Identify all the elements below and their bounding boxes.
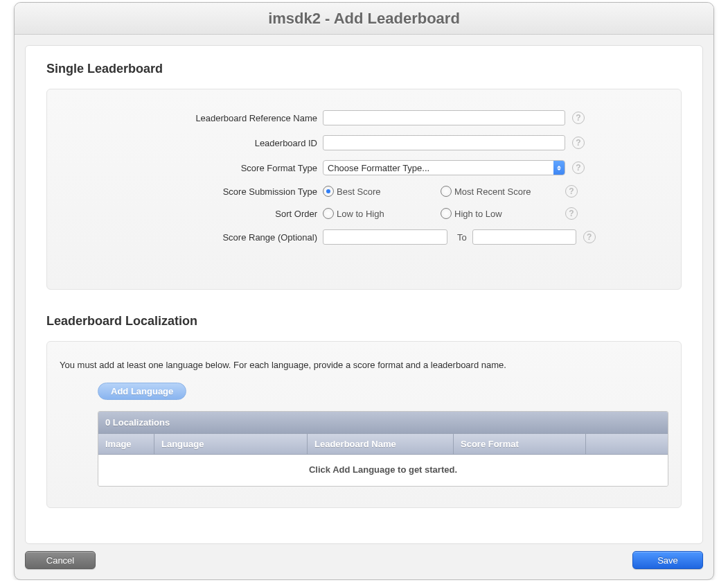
single-leaderboard-title: Single Leaderboard — [46, 62, 682, 76]
col-actions — [586, 434, 668, 455]
add-language-button[interactable]: Add Language — [98, 383, 186, 400]
localization-count-header: 0 Localizations — [98, 412, 668, 434]
radio-best-score-label: Best Score — [337, 186, 381, 197]
cancel-button[interactable]: Cancel — [25, 551, 96, 569]
select-score-format-type[interactable]: Choose Formatter Type... — [323, 160, 565, 175]
localization-empty-row: Click Add Language to get started. — [98, 455, 668, 486]
input-score-range-from[interactable] — [323, 229, 447, 245]
label-submission-type: Score Submission Type — [68, 186, 323, 197]
chevron-updown-icon — [553, 161, 565, 175]
radio-low-to-high[interactable] — [323, 208, 334, 219]
input-score-range-to[interactable] — [472, 229, 576, 245]
single-leaderboard-panel: Leaderboard Reference Name ? Leaderboard… — [46, 89, 682, 290]
label-leaderboard-id: Leaderboard ID — [68, 138, 323, 148]
input-leaderboard-id[interactable] — [323, 135, 565, 150]
row-submission-type: Score Submission Type Best Score Most Re… — [68, 185, 660, 198]
radio-high-to-low-label: High to Low — [454, 209, 502, 219]
row-score-range: Score Range (Optional) To ? — [68, 229, 660, 245]
row-reference-name: Leaderboard Reference Name ? — [68, 110, 660, 125]
help-icon[interactable]: ? — [565, 185, 578, 198]
help-icon[interactable]: ? — [583, 231, 596, 243]
label-reference-name: Leaderboard Reference Name — [68, 113, 323, 123]
dialog-content: Single Leaderboard Leaderboard Reference… — [25, 45, 703, 544]
label-score-range: Score Range (Optional) — [68, 232, 323, 243]
label-score-format-type: Score Format Type — [68, 163, 323, 173]
label-to: To — [457, 232, 467, 243]
localization-title: Leaderboard Localization — [46, 314, 682, 329]
help-icon[interactable]: ? — [572, 137, 585, 149]
radio-best-score[interactable] — [323, 186, 334, 197]
localization-description: You must add at least one language below… — [60, 360, 668, 370]
save-button[interactable]: Save — [632, 551, 703, 569]
help-icon[interactable]: ? — [572, 112, 585, 124]
col-image: Image — [98, 434, 154, 455]
radio-most-recent-score[interactable] — [441, 186, 452, 197]
help-icon[interactable]: ? — [565, 207, 578, 220]
input-reference-name[interactable] — [323, 110, 565, 125]
row-score-format-type: Score Format Type Choose Formatter Type.… — [68, 160, 660, 175]
row-leaderboard-id: Leaderboard ID ? — [68, 135, 660, 150]
dialog-footer: Cancel Save — [15, 544, 713, 579]
col-leaderboard-name: Leaderboard Name — [308, 434, 454, 455]
dialog-title: imsdk2 - Add Leaderboard — [15, 3, 713, 35]
row-sort-order: Sort Order Low to High High to Low ? — [68, 207, 660, 220]
radio-low-to-high-label: Low to High — [337, 209, 384, 219]
localization-columns: Image Language Leaderboard Name Score Fo… — [98, 434, 668, 455]
radio-high-to-low[interactable] — [441, 208, 452, 219]
help-icon[interactable]: ? — [572, 161, 585, 174]
label-sort-order: Sort Order — [68, 209, 323, 219]
select-placeholder: Choose Formatter Type... — [328, 163, 429, 173]
localization-panel: You must add at least one language below… — [46, 341, 682, 508]
radio-most-recent-label: Most Recent Score — [454, 186, 531, 197]
col-score-format: Score Format — [454, 434, 586, 455]
localization-table: 0 Localizations Image Language Leaderboa… — [98, 411, 668, 487]
dialog-sheet: imsdk2 - Add Leaderboard Single Leaderbo… — [14, 2, 714, 580]
col-language: Language — [154, 434, 308, 455]
